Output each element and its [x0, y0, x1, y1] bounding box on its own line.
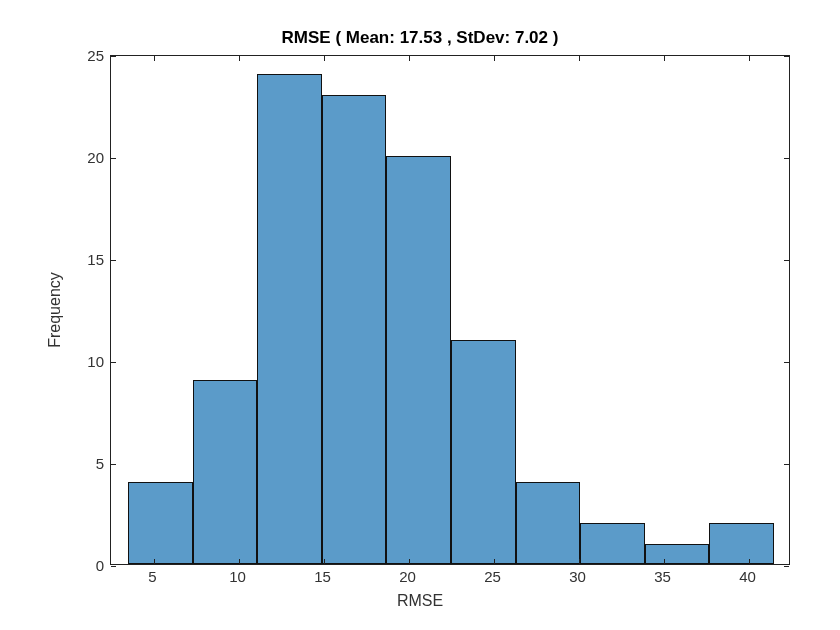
xtick-mark — [324, 559, 325, 564]
ytick-mark — [784, 362, 789, 363]
y-axis-label: Frequency — [46, 272, 64, 348]
xtick-mark — [324, 56, 325, 61]
xtick-mark — [409, 56, 410, 61]
x-axis-label: RMSE — [0, 592, 840, 610]
xtick-mark — [494, 56, 495, 61]
ytick-label: 15 — [4, 251, 104, 268]
xtick-label: 10 — [229, 568, 246, 585]
ytick-label: 0 — [4, 557, 104, 574]
plot-area — [110, 55, 790, 565]
chart-title: RMSE ( Mean: 17.53 , StDev: 7.02 ) — [0, 28, 840, 48]
ytick-mark — [111, 566, 116, 567]
bar — [516, 482, 581, 564]
ytick-mark — [111, 464, 116, 465]
ytick-mark — [111, 260, 116, 261]
ytick-mark — [111, 56, 116, 57]
ytick-mark — [784, 158, 789, 159]
ytick-mark — [111, 362, 116, 363]
bar — [580, 523, 645, 564]
xtick-label: 20 — [399, 568, 416, 585]
xtick-label: 40 — [739, 568, 756, 585]
xtick-mark — [749, 56, 750, 61]
ytick-mark — [111, 158, 116, 159]
bar — [193, 380, 258, 564]
figure: RMSE ( Mean: 17.53 , StDev: 7.02 ) Frequ… — [0, 0, 840, 630]
xtick-mark — [494, 559, 495, 564]
xtick-mark — [409, 559, 410, 564]
xtick-mark — [154, 559, 155, 564]
bar — [128, 482, 193, 564]
ytick-mark — [784, 566, 789, 567]
xtick-label: 30 — [569, 568, 586, 585]
xtick-label: 35 — [654, 568, 671, 585]
ytick-mark — [784, 260, 789, 261]
xtick-mark — [749, 559, 750, 564]
ytick-label: 10 — [4, 353, 104, 370]
xtick-mark — [239, 559, 240, 564]
xtick-mark — [664, 559, 665, 564]
xtick-mark — [579, 56, 580, 61]
xtick-label: 15 — [314, 568, 331, 585]
xtick-mark — [664, 56, 665, 61]
bar — [322, 95, 387, 564]
xtick-mark — [154, 56, 155, 61]
ytick-label: 5 — [4, 455, 104, 472]
bar — [386, 156, 451, 564]
ytick-label: 25 — [4, 47, 104, 64]
xtick-mark — [239, 56, 240, 61]
bar — [709, 523, 774, 564]
ytick-mark — [784, 464, 789, 465]
xtick-mark — [579, 559, 580, 564]
xtick-label: 5 — [148, 568, 156, 585]
bar — [645, 544, 710, 564]
xtick-label: 25 — [484, 568, 501, 585]
bar — [451, 340, 516, 564]
ytick-mark — [784, 56, 789, 57]
ytick-label: 20 — [4, 149, 104, 166]
bar — [257, 74, 322, 564]
